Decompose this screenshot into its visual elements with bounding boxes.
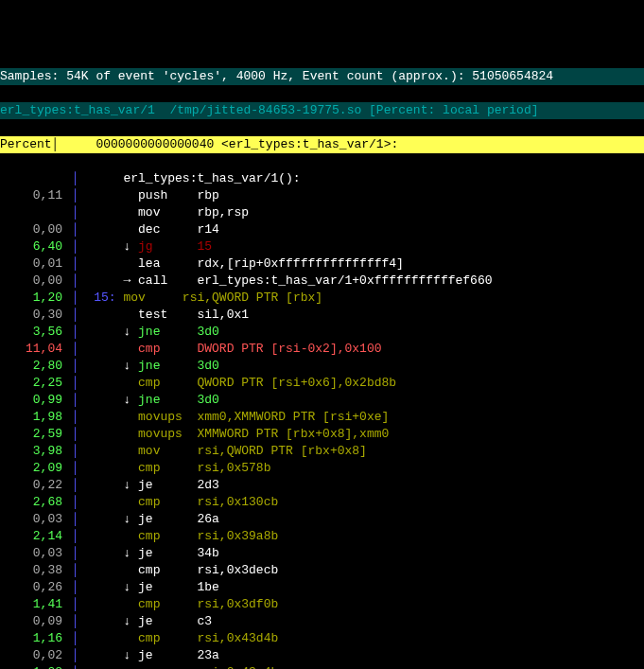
- separator: │: [64, 187, 79, 204]
- separator: │: [64, 307, 79, 324]
- instruction: cmp rsi,0x39a8b: [79, 528, 644, 545]
- asm-row[interactable]: 2,68 │ cmp rsi,0x130cb: [0, 494, 644, 511]
- separator: │: [64, 341, 79, 358]
- instruction: mov rsi,QWORD PTR [rbx+0x8]: [79, 443, 644, 460]
- separator: │: [64, 647, 79, 664]
- separator: │: [64, 579, 79, 596]
- separator: │: [64, 664, 79, 669]
- percent-value: 0,02: [0, 647, 64, 664]
- instruction: ↓ je 2d3: [79, 477, 644, 494]
- separator: │: [64, 170, 79, 187]
- instruction: cmp rsi,0x43d4b: [79, 630, 644, 647]
- instruction: cmp rsi,0x130cb: [79, 494, 644, 511]
- instruction: cmp rsi,0x43e4b: [79, 664, 644, 669]
- instruction: push rbp: [79, 187, 644, 204]
- separator: │: [64, 443, 79, 460]
- instruction: ↓ je 1be: [79, 579, 644, 596]
- asm-row[interactable]: 0,30 │ test sil,0x1: [0, 307, 644, 324]
- percent-value: 6,40: [0, 238, 64, 255]
- separator: │: [64, 392, 79, 409]
- percent-value: 0,11: [0, 187, 64, 204]
- instruction: mov rbp,rsp: [79, 204, 644, 221]
- asm-row[interactable]: 1,20 │ 15: mov rsi,QWORD PTR [rbx]: [0, 290, 644, 307]
- asm-row[interactable]: │ mov rbp,rsp: [0, 204, 644, 221]
- asm-row[interactable]: 1,08 │ cmp rsi,0x43e4b: [0, 664, 644, 669]
- separator: │: [64, 409, 79, 426]
- instruction: movups XMMWORD PTR [rbx+0x8],xmm0: [79, 426, 644, 443]
- percent-value: 0,00: [0, 221, 64, 238]
- asm-row[interactable]: 0,03 │ ↓ je 26a: [0, 511, 644, 528]
- instruction: ↓ je c3: [79, 613, 644, 630]
- asm-row[interactable]: 11,04 │ cmp DWORD PTR [rsi-0x2],0x100: [0, 341, 644, 358]
- dso-header: erl_types:t_has_var/1 /tmp/jitted-84653-…: [0, 102, 644, 119]
- instruction: cmp QWORD PTR [rsi+0x6],0x2bd8b: [79, 375, 644, 392]
- asm-row[interactable]: 2,14 │ cmp rsi,0x39a8b: [0, 528, 644, 545]
- percent-value: 1,98: [0, 409, 64, 426]
- instruction: ↓ jg 15: [79, 238, 644, 255]
- percent-value: 0,03: [0, 511, 64, 528]
- disassembly-body[interactable]: │ erl_types:t_has_var/1():0,11 │ push rb…: [0, 170, 644, 669]
- percent-value: 0,99: [0, 392, 64, 409]
- instruction: erl_types:t_has_var/1():: [79, 170, 644, 187]
- asm-row[interactable]: 0,26 │ ↓ je 1be: [0, 579, 644, 596]
- asm-row[interactable]: 0,99 │ ↓ jne 3d0: [0, 392, 644, 409]
- separator: │: [64, 204, 79, 221]
- percent-value: 11,04: [0, 341, 64, 358]
- asm-row[interactable]: 2,59 │ movups XMMWORD PTR [rbx+0x8],xmm0: [0, 426, 644, 443]
- instruction: 15: mov rsi,QWORD PTR [rbx]: [79, 290, 644, 307]
- asm-row[interactable]: 0,00 │ → call erl_types:t_has_var/1+0xff…: [0, 273, 644, 290]
- separator: │: [64, 562, 79, 579]
- percent-value: 2,68: [0, 494, 64, 511]
- percent-value: 0,38: [0, 562, 64, 579]
- separator: │: [64, 255, 79, 273]
- instruction: ↓ jne 3d0: [79, 324, 644, 341]
- separator: │: [64, 426, 79, 443]
- separator: │: [64, 613, 79, 630]
- asm-row[interactable]: 2,25 │ cmp QWORD PTR [rsi+0x6],0x2bd8b: [0, 375, 644, 392]
- instruction: ↓ jne 3d0: [79, 358, 644, 375]
- percent-value: 0,01: [0, 255, 64, 273]
- percent-value: 2,80: [0, 358, 64, 375]
- asm-row[interactable]: 2,09 │ cmp rsi,0x578b: [0, 460, 644, 477]
- asm-row[interactable]: 1,41 │ cmp rsi,0x3df0b: [0, 596, 644, 613]
- percent-value: 0,03: [0, 545, 64, 562]
- asm-row[interactable]: 1,98 │ movups xmm0,XMMWORD PTR [rsi+0xe]: [0, 409, 644, 426]
- percent-header: Percent│ 0000000000000040 <erl_types:t_h…: [0, 136, 644, 153]
- instruction: ↓ je 26a: [79, 511, 644, 528]
- instruction: ↓ je 23a: [79, 647, 644, 664]
- instruction: cmp rsi,0x3df0b: [79, 596, 644, 613]
- percent-value: 2,09: [0, 460, 64, 477]
- asm-row[interactable]: 0,03 │ ↓ je 34b: [0, 545, 644, 562]
- asm-row[interactable]: 0,22 │ ↓ je 2d3: [0, 477, 644, 494]
- asm-row[interactable]: 0,11 │ push rbp: [0, 187, 644, 204]
- percent-value: 2,14: [0, 528, 64, 545]
- asm-row[interactable]: 0,02 │ ↓ je 23a: [0, 647, 644, 664]
- asm-row[interactable]: 0,00 │ dec r14: [0, 221, 644, 238]
- instruction: cmp DWORD PTR [rsi-0x2],0x100: [79, 341, 644, 358]
- percent-value: 3,56: [0, 324, 64, 341]
- instruction: cmp rsi,0x3decb: [79, 562, 644, 579]
- percent-value: 2,59: [0, 426, 64, 443]
- asm-row[interactable]: 0,01 │ lea rdx,[rip+0xfffffffffffffff4]: [0, 255, 644, 273]
- percent-value: 1,41: [0, 596, 64, 613]
- asm-row[interactable]: 6,40 │ ↓ jg 15: [0, 238, 644, 255]
- percent-value: 0,09: [0, 613, 64, 630]
- instruction: dec r14: [79, 221, 644, 238]
- separator: │: [64, 596, 79, 613]
- percent-value: 1,08: [0, 664, 64, 669]
- separator: │: [64, 273, 79, 290]
- percent-value: 0,00: [0, 273, 64, 290]
- asm-row[interactable]: 1,16 │ cmp rsi,0x43d4b: [0, 630, 644, 647]
- asm-row[interactable]: │ erl_types:t_has_var/1():: [0, 170, 644, 187]
- percent-value: 1,16: [0, 630, 64, 647]
- asm-row[interactable]: 3,98 │ mov rsi,QWORD PTR [rbx+0x8]: [0, 443, 644, 460]
- separator: │: [64, 511, 79, 528]
- asm-row[interactable]: 2,80 │ ↓ jne 3d0: [0, 358, 644, 375]
- separator: │: [64, 460, 79, 477]
- instruction: → call erl_types:t_has_var/1+0xfffffffff…: [79, 273, 644, 290]
- asm-row[interactable]: 0,38 │ cmp rsi,0x3decb: [0, 562, 644, 579]
- asm-row[interactable]: 0,09 │ ↓ je c3: [0, 613, 644, 630]
- asm-row[interactable]: 3,56 │ ↓ jne 3d0: [0, 324, 644, 341]
- percent-value: 2,25: [0, 375, 64, 392]
- instruction: ↓ jne 3d0: [79, 392, 644, 409]
